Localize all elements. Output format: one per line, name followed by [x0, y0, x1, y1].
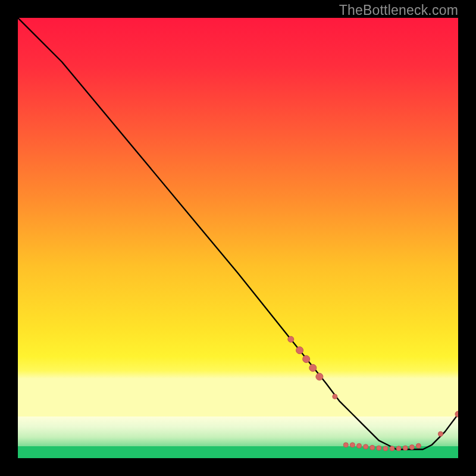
data-marker — [316, 373, 323, 380]
data-marker — [370, 445, 375, 450]
transition-band — [18, 416, 458, 446]
data-marker — [303, 356, 310, 363]
data-marker — [333, 394, 337, 399]
plot-area — [18, 18, 458, 458]
data-marker — [309, 364, 317, 371]
data-marker — [409, 445, 414, 450]
data-marker — [390, 446, 394, 451]
chart-svg — [18, 18, 458, 458]
data-marker — [288, 336, 294, 342]
gradient-field — [18, 18, 458, 416]
data-marker — [343, 443, 348, 447]
data-marker — [383, 446, 388, 451]
data-marker — [403, 446, 408, 450]
chart-stage: TheBottleneck.com — [0, 0, 476, 476]
data-marker — [416, 443, 421, 448]
data-marker — [296, 347, 303, 354]
data-marker — [364, 444, 368, 449]
data-marker — [357, 443, 362, 448]
watermark-text: TheBottleneck.com — [339, 2, 458, 18]
data-marker — [350, 443, 355, 447]
data-marker — [396, 446, 401, 451]
data-marker — [438, 431, 443, 436]
data-marker — [377, 446, 381, 450]
